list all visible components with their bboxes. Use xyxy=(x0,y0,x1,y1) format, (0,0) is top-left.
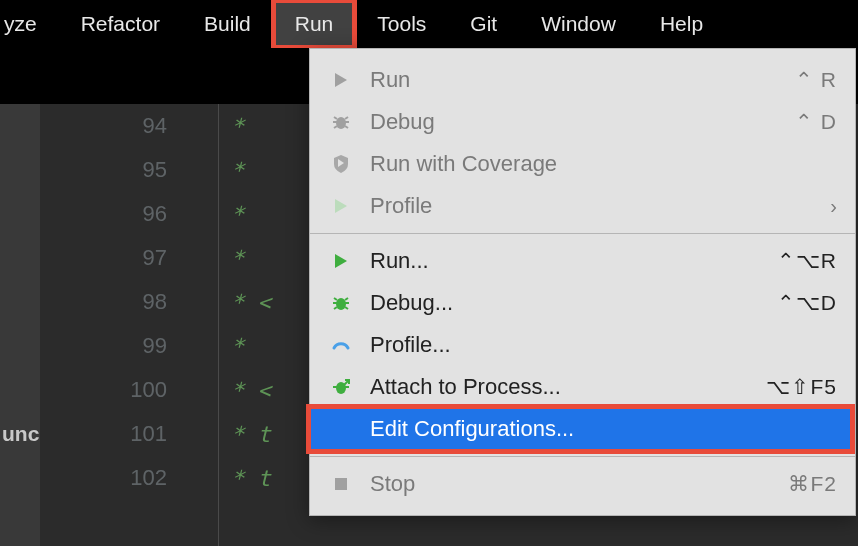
menu-label: Attach to Process... xyxy=(370,374,766,400)
code-token: * xyxy=(231,202,244,227)
svg-line-10 xyxy=(334,298,337,300)
code-token: * xyxy=(231,114,244,139)
menu-label: Debug xyxy=(370,109,795,135)
svg-rect-18 xyxy=(335,478,347,490)
menu-label: Run with Coverage xyxy=(370,151,837,177)
line-number: 94 xyxy=(40,104,167,148)
menu-shortcut: ⌃ D xyxy=(795,110,837,134)
svg-line-5 xyxy=(334,126,337,128)
svg-line-3 xyxy=(334,117,337,119)
breakpoint-strip: unch xyxy=(0,104,40,546)
svg-line-4 xyxy=(345,117,348,119)
menu-label: Profile... xyxy=(370,332,837,358)
menubar-item-tools[interactable]: Tools xyxy=(355,0,448,48)
menu-item-run-dots[interactable]: Run... ⌃⌥R xyxy=(310,240,855,282)
menu-shortcut: ⌃⌥D xyxy=(777,291,837,315)
menu-label: Debug... xyxy=(370,290,777,316)
bug-attach-icon xyxy=(326,377,356,397)
menubar: yze Refactor Build Run Tools Git Window … xyxy=(0,0,858,48)
code-token: * < xyxy=(231,378,271,403)
menu-separator xyxy=(310,233,855,234)
menu-label: Run xyxy=(370,67,795,93)
chevron-right-icon: › xyxy=(830,195,837,218)
line-number: 96 xyxy=(40,192,167,236)
line-number: 99 xyxy=(40,324,167,368)
side-label: unch xyxy=(0,412,40,456)
play-icon xyxy=(326,252,356,270)
menu-shortcut: ⌃⌥R xyxy=(777,249,837,273)
line-number: 101 xyxy=(40,412,167,456)
menu-label: Stop xyxy=(370,471,788,497)
svg-point-7 xyxy=(336,298,346,310)
menu-shortcut: ⌘F2 xyxy=(788,472,837,496)
menu-item-edit-configurations[interactable]: Edit Configurations... xyxy=(310,408,855,450)
menubar-item-git[interactable]: Git xyxy=(448,0,519,48)
line-number: 102 xyxy=(40,456,167,500)
play-icon xyxy=(326,71,356,89)
code-token: * xyxy=(231,334,244,359)
arc-icon xyxy=(326,335,356,355)
menu-item-run[interactable]: Run ⌃ R xyxy=(310,59,855,101)
menubar-item-refactor[interactable]: Refactor xyxy=(59,0,182,48)
code-token: * < xyxy=(231,290,271,315)
menubar-item-build[interactable]: Build xyxy=(182,0,273,48)
line-number: 100 xyxy=(40,368,167,412)
menu-shortcut: ⌃ R xyxy=(795,68,837,92)
play-soft-icon xyxy=(326,197,356,215)
code-token: * xyxy=(231,246,244,271)
menu-label: Edit Configurations... xyxy=(370,416,837,442)
stop-icon xyxy=(326,476,356,492)
menu-item-stop[interactable]: Stop ⌘F2 xyxy=(310,463,855,505)
shield-icon xyxy=(326,154,356,174)
bug-icon xyxy=(326,112,356,132)
menu-label: Run... xyxy=(370,248,777,274)
svg-line-6 xyxy=(345,126,348,128)
code-token: * t xyxy=(231,422,271,447)
menubar-item-analyze[interactable]: yze xyxy=(0,0,59,48)
code-token: * t xyxy=(231,466,271,491)
run-menu-dropdown: Run ⌃ R Debug ⌃ D Run with Coverage Prof… xyxy=(309,48,856,516)
menu-item-profile-dots[interactable]: Profile... xyxy=(310,324,855,366)
svg-point-0 xyxy=(336,117,346,129)
bug-icon xyxy=(326,293,356,313)
line-gutter: 94 95 96 97 98 99 100 101 102 xyxy=(40,104,195,546)
menubar-item-run[interactable]: Run xyxy=(273,0,356,48)
menubar-item-window[interactable]: Window xyxy=(519,0,638,48)
line-number: 97 xyxy=(40,236,167,280)
menu-item-attach-process[interactable]: Attach to Process... ⌥⇧F5 xyxy=(310,366,855,408)
menu-item-run-coverage[interactable]: Run with Coverage xyxy=(310,143,855,185)
svg-line-11 xyxy=(345,298,348,300)
menu-shortcut: ⌥⇧F5 xyxy=(766,375,837,399)
code-token: * xyxy=(231,158,244,183)
menu-item-debug-dots[interactable]: Debug... ⌃⌥D xyxy=(310,282,855,324)
menu-label: Profile xyxy=(370,193,830,219)
menu-item-debug[interactable]: Debug ⌃ D xyxy=(310,101,855,143)
line-number: 95 xyxy=(40,148,167,192)
svg-line-13 xyxy=(345,307,348,309)
menu-item-profile[interactable]: Profile › xyxy=(310,185,855,227)
line-number: 98 xyxy=(40,280,167,324)
menu-separator xyxy=(310,456,855,457)
svg-line-12 xyxy=(334,307,337,309)
menubar-item-help[interactable]: Help xyxy=(638,0,725,48)
